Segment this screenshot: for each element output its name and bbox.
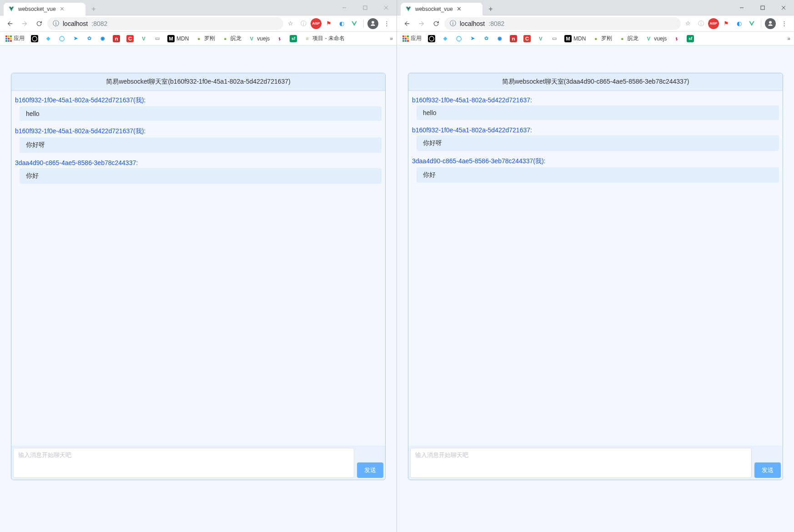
bookmark-wanlong[interactable]: ●皖龙 [617,34,640,43]
toolbar-divider [363,20,364,28]
bookmark-ring[interactable]: ◯ [56,34,67,43]
tab-close-icon[interactable]: ✕ [457,5,462,12]
omnibox[interactable]: ⓘ localhost:8082 [47,17,283,30]
vue-ext-icon[interactable] [746,18,757,29]
bookmark-mdn[interactable]: MMDN [563,34,588,43]
globe-icon[interactable]: ◐ [336,18,347,29]
flag-icon[interactable]: ⚑ [721,18,732,29]
bookmark-npm[interactable]: n [111,34,122,43]
profile-avatar[interactable] [765,18,776,29]
bookmarks-overflow-button[interactable]: » [787,35,790,42]
bookmark-npm[interactable]: n [508,34,519,43]
omnibox[interactable]: ⓘ localhost:8082 [444,17,681,30]
bookmark-diamond[interactable]: ◆ [43,34,54,43]
bookmark-mdn[interactable]: MMDN [166,34,191,43]
bookmark-chart[interactable]: ⫮ [671,34,682,43]
chat-message: b160f932-1f0e-45a1-802a-5d422d721637: he… [410,93,781,123]
toolbar-divider [761,20,761,28]
tab-close-icon[interactable]: ✕ [60,5,65,12]
abp-icon[interactable]: ABP [311,18,322,29]
abp-icon[interactable]: ABP [708,18,719,29]
bookmark-vuejs[interactable]: Vvuejs [643,34,668,43]
nav-back-button[interactable] [4,17,16,30]
message-text: hello [417,105,779,120]
page-content: 简易websocket聊天室(b160f932-1f0e-45a1-802a-5… [0,45,397,532]
menu-button[interactable]: ⋮ [380,17,393,30]
nav-reload-button[interactable] [33,17,45,30]
flag-icon[interactable]: ⚑ [323,18,334,29]
browser-tab[interactable]: websocket_vue ✕ [4,3,85,15]
site-info-icon[interactable]: ⓘ [450,20,456,28]
bookmark-send[interactable]: ➤ [467,34,478,43]
profile-avatar[interactable] [367,18,378,29]
bookmark-target[interactable]: ◉ [97,34,108,43]
bookmark-wanlong[interactable]: ●皖龙 [220,34,243,43]
bookmark-ring[interactable]: ◯ [453,34,464,43]
window-maximize-button[interactable] [355,0,376,15]
info-icon[interactable]: ⓘ [695,18,706,29]
nav-back-button[interactable] [401,17,413,30]
window-maximize-button[interactable] [752,0,773,15]
bookmark-paw[interactable]: ✿ [481,34,492,43]
apps-shortcut[interactable]: 应用 [4,34,26,43]
bookmark-sf[interactable]: sf [288,34,299,43]
bookmark-sf[interactable]: sf [685,34,696,43]
bookmark-diamond[interactable]: ◆ [440,34,451,43]
bookmark-paw[interactable]: ✿ [84,34,95,43]
bookmark-github[interactable]: ◯ [426,34,437,43]
browser-tab[interactable]: websocket_vue ✕ [401,3,482,15]
window-minimize-button[interactable] [731,0,752,15]
bookmark-target[interactable]: ◉ [494,34,505,43]
message-sender: b160f932-1f0e-45a1-802a-5d422d721637: [412,125,779,136]
nav-forward-button[interactable] [18,17,31,30]
bookmark-chart[interactable]: ⫮ [274,34,285,43]
vue-ext-icon[interactable] [349,18,360,29]
title-bar: websocket_vue ✕ + [397,0,794,15]
apps-shortcut[interactable]: 应用 [401,34,423,43]
bookmark-coda[interactable]: C [125,34,136,43]
bookmark-vue[interactable]: V [138,34,149,43]
message-text: 你好呀 [417,136,779,151]
message-input[interactable] [13,448,354,478]
info-icon[interactable]: ⓘ [298,18,309,29]
message-sender: b160f932-1f0e-45a1-802a-5d422d721637(我): [15,126,382,137]
chat-message: b160f932-1f0e-45a1-802a-5d422d721637(我):… [13,93,383,124]
send-button[interactable]: 发送 [754,462,781,478]
bookmark-luogang[interactable]: ●罗刚 [193,34,217,43]
bookmarks-bar: 应用 ◯ ◆ ◯ ➤ ✿ ◉ n C V ▭ MMDN ●罗刚 ●皖龙 Vvue… [397,32,794,45]
send-button[interactable]: 发送 [357,462,383,478]
window-minimize-button[interactable] [334,0,355,15]
title-bar: websocket_vue ✕ + [0,0,397,15]
bookmark-github[interactable]: ◯ [29,34,40,43]
nav-forward-button[interactable] [415,17,428,30]
bookmark-page[interactable]: ▭ [152,34,163,43]
message-list: b160f932-1f0e-45a1-802a-5d422d721637(我):… [11,91,385,446]
bookmark-project[interactable]: ≡项目 - 未命名 [302,34,347,43]
site-info-icon[interactable]: ⓘ [53,20,59,28]
svg-rect-1 [363,6,367,10]
window-close-button[interactable] [773,0,794,15]
globe-icon[interactable]: ◐ [734,18,744,29]
bookmark-luogang[interactable]: ●罗刚 [590,34,614,43]
menu-button[interactable]: ⋮ [778,17,790,30]
new-tab-button[interactable]: + [485,4,496,15]
message-input[interactable] [410,448,752,478]
message-text: 你好呀 [20,137,382,153]
nav-reload-button[interactable] [430,17,442,30]
url-port: :8082 [91,20,107,27]
url-port: :8082 [488,20,504,27]
bookmark-vuejs[interactable]: Vvuejs [246,34,271,43]
tab-title: websocket_vue [415,6,453,12]
bookmark-coda[interactable]: C [522,34,533,43]
star-icon[interactable]: ☆ [683,18,693,29]
new-tab-button[interactable]: + [88,4,99,15]
vue-favicon-icon [405,6,412,12]
star-icon[interactable]: ☆ [285,18,296,29]
apps-icon [5,35,12,42]
bookmark-send[interactable]: ➤ [70,34,81,43]
bookmarks-overflow-button[interactable]: » [390,35,393,42]
tab-strip: websocket_vue ✕ + [0,0,334,15]
window-close-button[interactable] [376,0,397,15]
bookmark-vue[interactable]: V [535,34,546,43]
bookmark-page[interactable]: ▭ [549,34,560,43]
